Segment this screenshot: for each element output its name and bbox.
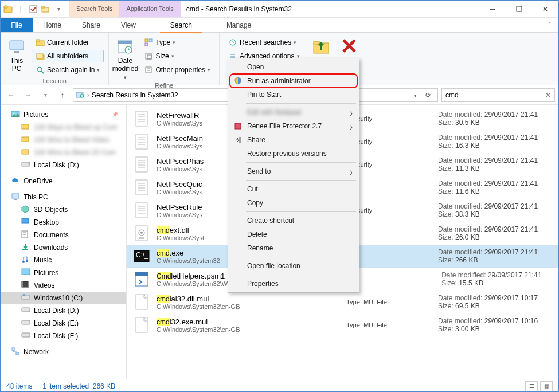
tab-file[interactable]: File xyxy=(1,18,33,32)
ctx-create-shortcut[interactable]: Create shortcut xyxy=(230,214,357,228)
sidebar-item-local-disk-d-quick[interactable]: Local Disk (D:) xyxy=(1,159,126,171)
ctx-run-as-administrator[interactable]: Run as administrator xyxy=(230,74,357,88)
ctx-renee-file-protector[interactable]: Renee File Protector 2.7 xyxy=(230,119,357,133)
svg-point-90 xyxy=(140,232,143,234)
ribbon-location-caption: Location xyxy=(5,76,104,84)
sidebar-item-local-disk-d[interactable]: Local Disk (D:) xyxy=(1,304,126,317)
sidebar-item-windows10-c[interactable]: Windows10 (C:) xyxy=(1,292,126,304)
sidebar-label: Videos xyxy=(34,281,54,289)
ctx-blurred-item[interactable]: Edit with Notepad xyxy=(230,105,357,119)
close-search-button[interactable] xyxy=(338,35,361,56)
ctx-rename[interactable]: Rename xyxy=(230,241,357,255)
sidebar-item-local-disk-f[interactable]: Local Disk (F:) xyxy=(1,330,126,342)
address-chevron[interactable]: › xyxy=(87,91,89,99)
ctx-pin-to-start[interactable]: Pin to Start xyxy=(230,88,357,101)
sidebar-item-recent-3[interactable]: 100 Wins to Bleed 20 Com xyxy=(1,146,126,159)
qat-checked-icon[interactable] xyxy=(28,4,38,14)
size-dropdown[interactable]: Size xyxy=(140,50,214,62)
ctx-properties[interactable]: Properties xyxy=(230,277,357,291)
svg-rect-40 xyxy=(22,150,29,154)
sidebar-item-pictures-quick[interactable]: Pictures xyxy=(1,108,126,121)
tab-share[interactable]: Share xyxy=(72,18,111,32)
ctx-label: Share xyxy=(247,136,265,144)
file-row[interactable]: cmdl32.exe.muiC:\Windows\System32\en-GBT… xyxy=(127,313,558,336)
this-pc-button[interactable]: This PC xyxy=(5,35,28,73)
nav-back-button[interactable]: ← xyxy=(4,88,18,102)
ctx-restore-previous-versions[interactable]: Restore previous versions xyxy=(230,147,357,160)
address-refresh-button[interactable]: ⟳ xyxy=(421,91,435,99)
other-properties-dropdown[interactable]: Other properties xyxy=(140,64,214,76)
file-type: Type: MUI File xyxy=(346,322,432,328)
desktop-icon xyxy=(21,218,30,227)
search-input[interactable] xyxy=(445,91,543,99)
file-meta: Date modified: 29/09/2017 21:41Size: 15.… xyxy=(441,271,553,287)
sidebar-item-videos[interactable]: Videos xyxy=(1,279,126,292)
nav-history-dropdown[interactable]: ▾ xyxy=(38,88,52,102)
file-meta: Date modified: 29/09/2017 21:41Size: 26.… xyxy=(438,225,553,241)
contextual-tab-search-tools[interactable]: Search Tools xyxy=(69,1,119,17)
close-button[interactable]: ✕ xyxy=(532,1,558,17)
maximize-button[interactable] xyxy=(506,1,532,17)
type-dropdown[interactable]: Type xyxy=(140,36,214,49)
tab-manage[interactable]: Manage xyxy=(216,18,261,32)
ribbon-collapse-button[interactable]: ˄ xyxy=(541,18,558,32)
onedrive-icon xyxy=(11,177,20,186)
navigation-pane[interactable]: Pictures 100 Ways to Bleed up Com 100 Wi… xyxy=(1,105,127,379)
nav-forward-button[interactable]: → xyxy=(21,88,35,102)
sidebar-item-recent-1[interactable]: 100 Ways to Bleed up Com xyxy=(1,121,126,134)
svg-rect-4 xyxy=(42,6,45,8)
ctx-copy[interactable]: Copy xyxy=(230,196,357,210)
minimize-button[interactable]: ─ xyxy=(479,1,506,17)
sidebar-item-music[interactable]: Music xyxy=(1,254,126,266)
ctx-share[interactable]: Share xyxy=(230,133,357,147)
svg-rect-59 xyxy=(22,320,30,324)
view-large-icons-button[interactable]: ▦ xyxy=(540,381,553,391)
search-box[interactable]: ✕ xyxy=(441,88,555,102)
sidebar-item-pictures[interactable]: Pictures xyxy=(1,266,126,279)
ctx-delete[interactable]: Delete xyxy=(230,228,357,241)
search-clear-button[interactable]: ✕ xyxy=(543,91,551,99)
address-text[interactable]: Search Results in System32 xyxy=(92,91,178,99)
file-name: cmdial32.dll.mui xyxy=(157,295,341,303)
svg-rect-18 xyxy=(149,39,152,42)
sidebar-item-recent-2[interactable]: 100 Wins to Bleed Video xyxy=(1,134,126,146)
qat-customize-dropdown[interactable]: ▾ xyxy=(53,4,64,14)
ctx-send-to[interactable]: Send to xyxy=(230,164,357,178)
sidebar-item-onedrive[interactable]: OneDrive xyxy=(1,175,126,187)
size-label: Size xyxy=(155,52,169,60)
ctx-cut[interactable]: Cut xyxy=(230,182,357,196)
sidebar-label: Pictures xyxy=(34,269,58,277)
contextual-tab-application-tools[interactable]: Application Tools xyxy=(119,1,180,17)
nav-up-button[interactable]: ↑ xyxy=(56,88,69,102)
sidebar-item-3d-objects[interactable]: 3D Objects xyxy=(1,203,126,216)
share-icon xyxy=(233,135,243,144)
open-file-location-button[interactable] xyxy=(310,35,333,56)
ctx-separator xyxy=(246,257,356,257)
current-folder-option[interactable]: Current folder xyxy=(32,36,104,49)
file-row[interactable]: cmdial32.dll.muiC:\Windows\System32\en-G… xyxy=(127,291,558,313)
all-subfolders-option[interactable]: All subfolders xyxy=(32,50,104,62)
sidebar-item-downloads[interactable]: Downloads xyxy=(1,241,126,254)
ctx-open[interactable]: Open xyxy=(230,60,357,74)
sidebar-item-this-pc[interactable]: This PC xyxy=(1,191,126,203)
address-dropdown[interactable] xyxy=(412,91,419,99)
sidebar-label: Downloads xyxy=(34,244,68,252)
date-modified-button[interactable]: Date modified xyxy=(114,35,136,81)
sidebar-item-desktop[interactable]: Desktop xyxy=(1,216,126,229)
view-details-button[interactable]: ☰ xyxy=(525,381,538,391)
ctx-open-file-location[interactable]: Open file location xyxy=(230,259,357,273)
svg-rect-91 xyxy=(139,237,144,239)
qat-newfolder-icon[interactable] xyxy=(41,4,51,14)
ctx-separator xyxy=(246,162,356,163)
tab-view[interactable]: View xyxy=(111,18,146,32)
recent-searches-dropdown[interactable]: Recent searches xyxy=(224,36,303,49)
svg-point-50 xyxy=(22,261,25,263)
sidebar-item-local-disk-e[interactable]: Local Disk (E:) xyxy=(1,317,126,330)
tab-search[interactable]: Search xyxy=(160,18,202,33)
ctx-separator xyxy=(246,211,356,212)
current-folder-label: Current folder xyxy=(47,38,89,46)
search-again-in-dropdown[interactable]: Search again in xyxy=(32,64,104,76)
tab-home[interactable]: Home xyxy=(33,18,72,32)
sidebar-item-documents[interactable]: Documents xyxy=(1,229,126,241)
sidebar-item-network[interactable]: Network xyxy=(1,346,126,358)
